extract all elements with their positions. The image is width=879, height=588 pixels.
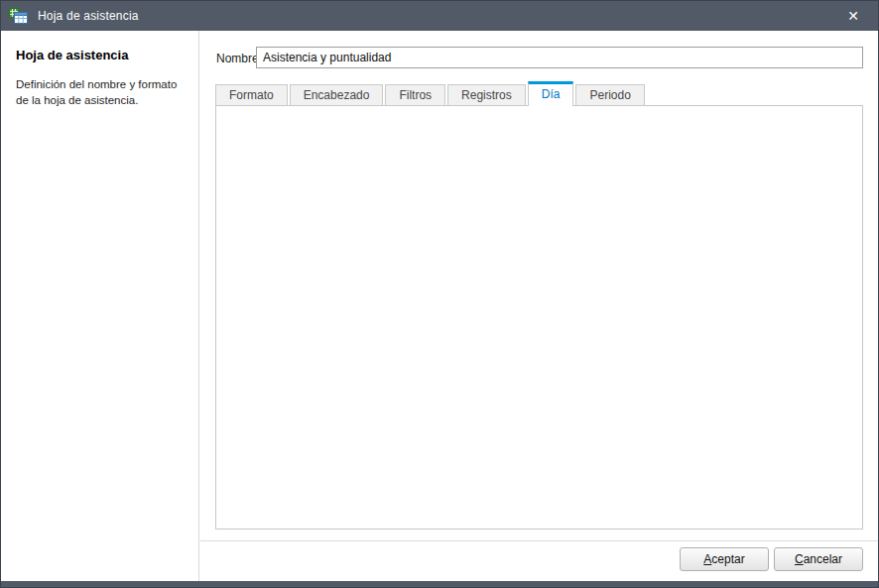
tab-formato[interactable]: Formato: [215, 84, 288, 106]
titlebar: Hoja de asistencia ✕: [1, 1, 878, 31]
tab-encabezado[interactable]: Encabezado: [290, 84, 384, 106]
sidebar-heading: Hoja de asistencia: [16, 48, 184, 62]
tab-dia[interactable]: Día: [528, 81, 574, 106]
hoja-de-asistencia-dialog: Hoja de asistencia ✕ Hoja de asistencia …: [0, 0, 879, 588]
tab-periodo[interactable]: Periodo: [575, 84, 644, 106]
sidebar-description: Definición del nombre y formato de la ho…: [16, 76, 185, 108]
window-title: Hoja de asistencia: [38, 9, 139, 23]
tab-registros[interactable]: Registros: [447, 84, 526, 106]
name-input[interactable]: [256, 47, 863, 68]
sidebar: Hoja de asistencia Definición del nombre…: [1, 31, 199, 581]
name-label: Nombre: [216, 52, 259, 65]
footer-separator: [200, 540, 878, 541]
close-icon[interactable]: ✕: [836, 1, 870, 31]
accept-button[interactable]: Aceptar: [680, 547, 769, 571]
tab-filtros[interactable]: Filtros: [385, 84, 445, 106]
spreadsheet-icon: [9, 8, 29, 25]
tab-bar: Formato Encabezado Filtros Registros Día…: [215, 81, 647, 106]
window-bottom-edge: [1, 581, 878, 587]
tab-content-box: [215, 105, 863, 529]
cancel-button[interactable]: Cancelar: [774, 547, 863, 571]
